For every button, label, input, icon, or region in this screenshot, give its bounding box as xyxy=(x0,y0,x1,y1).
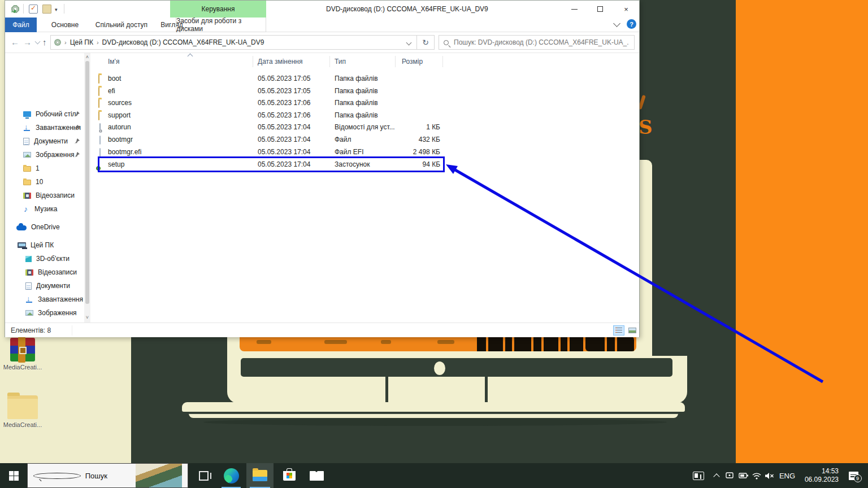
help-icon[interactable]: ? xyxy=(627,19,636,29)
address-dropdown-icon[interactable] xyxy=(406,40,412,46)
desktop-shortcut-mediacreationtool-folder[interactable]: MediaCreati... xyxy=(1,395,44,428)
column-header-name[interactable]: Ім'я xyxy=(108,58,119,66)
search-input[interactable] xyxy=(453,38,630,47)
folder-icon xyxy=(98,87,99,96)
picture-icon xyxy=(23,152,31,158)
minimize-button[interactable] xyxy=(561,1,587,18)
title-bar[interactable]: ▾ Керування DVD-дисковод (D:) CCCOMA_X64… xyxy=(5,1,639,18)
desktop-shortcut-mediacreationtool-exe[interactable]: MediaCreati... xyxy=(1,338,44,371)
file-row-boot[interactable]: boot 05.05.2023 17:05 Папка файлів xyxy=(98,73,452,85)
desktop-icon xyxy=(23,111,31,117)
sidebar-item-documents-pc[interactable]: Документи xyxy=(5,279,89,293)
back-icon[interactable]: ← xyxy=(11,37,19,47)
sidebar-item-desktop-pinned[interactable]: Робочий стіл xyxy=(5,107,89,121)
sidebar-item-downloads-pc[interactable]: Завантаження xyxy=(5,293,89,306)
sidebar-item-folder-1[interactable]: 1 xyxy=(5,162,89,175)
tray-battery[interactable] xyxy=(737,463,750,488)
tray-volume[interactable] xyxy=(763,463,776,488)
up-icon[interactable]: ↑ xyxy=(42,37,47,47)
file-size: 432 КБ xyxy=(396,136,440,143)
sidebar-item-onedrive[interactable]: OneDrive xyxy=(5,220,89,234)
file-row-support[interactable]: support 05.05.2023 17:06 Папка файлів xyxy=(98,110,452,121)
tab-drive-tools[interactable]: Засоби для роботи з дисками xyxy=(176,18,266,32)
tray-language[interactable]: ENG xyxy=(776,463,798,488)
chevron-up-icon xyxy=(713,473,719,480)
tray-network[interactable] xyxy=(750,463,763,488)
contextual-tab-header[interactable]: Керування xyxy=(170,1,266,18)
tray-phone-link[interactable] xyxy=(723,463,737,488)
tab-home[interactable]: Основне xyxy=(39,18,91,32)
action-center-button[interactable]: 9 xyxy=(842,463,865,488)
sidebar-item-videos-pc[interactable]: Відеозаписи xyxy=(5,265,89,279)
column-divider[interactable] xyxy=(253,56,253,67)
sidebar-item-3d-objects[interactable]: 3D-об'єкти xyxy=(5,252,89,265)
recent-locations-icon[interactable] xyxy=(35,39,41,45)
file-row-sources[interactable]: sources 05.05.2023 17:06 Папка файлів xyxy=(98,97,452,109)
screen-glyph-bar xyxy=(477,336,486,351)
annotation-highlight-rectangle xyxy=(98,156,445,172)
taskbar-mail-button[interactable] xyxy=(304,463,329,488)
sidebar-scrollbar-thumb[interactable] xyxy=(85,61,89,304)
screen-glyph-bar xyxy=(585,336,605,351)
start-button[interactable] xyxy=(0,463,27,488)
taskbar-edge-button[interactable] xyxy=(218,463,244,488)
sidebar-item-videos[interactable]: Відеозаписи xyxy=(5,189,89,202)
pin-icon xyxy=(74,138,80,146)
sidebar-item-label: Документи xyxy=(36,282,70,290)
column-header-size[interactable]: Розмір xyxy=(402,58,423,66)
pin-icon xyxy=(74,151,80,159)
file-icon xyxy=(99,136,101,145)
address-breadcrumb[interactable]: › Цей ПК › DVD-дисковод (D:) CCCOMA_X64F… xyxy=(50,35,417,50)
scroll-up-icon[interactable]: ˄ xyxy=(85,55,90,60)
breadcrumb-this-pc[interactable]: Цей ПК xyxy=(70,38,93,46)
column-divider[interactable] xyxy=(395,56,396,67)
screen-glyph-bar xyxy=(505,336,512,351)
file-row-efi[interactable]: efi 05.05.2023 17:05 Папка файлів xyxy=(98,85,452,97)
file-explorer-window: ▾ Керування DVD-дисковод (D:) CCCOMA_X64… xyxy=(5,0,640,337)
column-divider[interactable] xyxy=(329,56,330,67)
file-row-bootmgr[interactable]: bootmgr 05.05.2023 17:04 Файл 432 КБ xyxy=(98,134,452,146)
tab-share[interactable]: Спільний доступ xyxy=(91,18,152,32)
properties-quick-button[interactable] xyxy=(29,5,38,14)
customize-quick-access-button[interactable]: ▾ xyxy=(55,7,58,12)
column-header-date[interactable]: Дата змінення xyxy=(258,58,302,66)
column-header-type[interactable]: Тип xyxy=(335,58,346,66)
microsoft-store-icon xyxy=(283,471,296,481)
large-icons-view-button[interactable] xyxy=(627,325,638,336)
new-folder-quick-button[interactable] xyxy=(42,5,51,14)
search-box[interactable] xyxy=(439,35,635,50)
taskbar-store-button[interactable] xyxy=(277,463,302,488)
sidebar-item-pictures-pc[interactable]: Зображення xyxy=(5,306,89,320)
file-row-autorun[interactable]: autorun 05.05.2023 17:04 Відомості для у… xyxy=(98,121,452,133)
window-title: DVD-дисковод (D:) CCCOMA_X64FRE_UK-UA_DV… xyxy=(326,5,488,13)
close-button[interactable]: × xyxy=(613,1,639,18)
file-name: efi xyxy=(108,87,249,95)
search-icon xyxy=(444,40,449,45)
details-view-button[interactable] xyxy=(613,325,624,336)
refresh-button[interactable]: ↻ xyxy=(417,35,435,50)
search-icon xyxy=(33,473,81,479)
breadcrumb-path[interactable]: DVD-дисковод (D:) CCCOMA_X64FRE_UK-UA_DV… xyxy=(102,38,264,46)
widgets-button[interactable] xyxy=(688,463,709,488)
sidebar-item-downloads-pinned[interactable]: Завантаження xyxy=(5,121,89,134)
task-view-button[interactable] xyxy=(192,463,215,488)
sidebar-item-music[interactable]: Музика xyxy=(5,202,89,216)
sidebar-item-documents-pinned[interactable]: Документи xyxy=(5,134,89,148)
navigation-pane: Робочий стіл Завантаження Документи Зобр… xyxy=(5,53,97,323)
sidebar-item-pictures-pinned[interactable]: Зображення xyxy=(5,148,89,162)
taskbar-explorer-button[interactable] xyxy=(246,463,274,488)
maximize-button[interactable] xyxy=(587,1,613,18)
screen-glyph-bar xyxy=(544,336,558,351)
picture-icon xyxy=(25,310,33,316)
scroll-down-icon[interactable]: ˅ xyxy=(85,315,90,320)
forward-icon[interactable]: → xyxy=(23,37,32,47)
tray-expand-button[interactable] xyxy=(710,463,723,488)
sidebar-item-folder-10[interactable]: 10 xyxy=(5,175,89,189)
tab-file[interactable]: Файл xyxy=(5,18,37,32)
taskbar-search-box[interactable]: Пошук xyxy=(27,463,188,488)
sidebar-item-this-pc[interactable]: Цей ПК xyxy=(5,238,89,252)
screen-glyph-bar xyxy=(514,336,531,351)
column-divider[interactable] xyxy=(442,56,443,67)
sidebar-item-label: Завантаження xyxy=(38,295,83,303)
tray-clock[interactable]: 14:53 06.09.2023 xyxy=(798,463,839,488)
